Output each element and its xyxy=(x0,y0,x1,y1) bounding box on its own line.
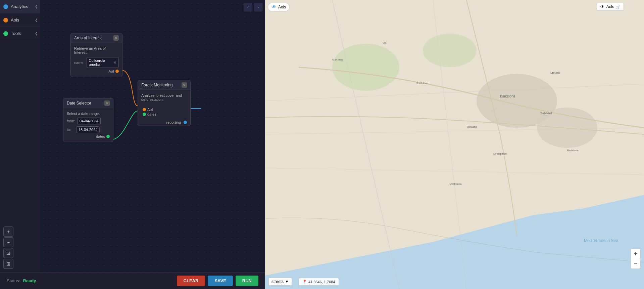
date-output-row: dates xyxy=(67,133,110,138)
canvas-zoom-in-button[interactable]: + xyxy=(3,226,13,237)
map-zoom-out-button[interactable]: − xyxy=(631,259,641,269)
canvas-zoom-controls: + − ⊡ ⊞ xyxy=(3,226,13,269)
map-right-layer-icon: 👁 xyxy=(600,4,604,9)
svg-point-10 xyxy=(423,34,477,67)
map-style-select[interactable]: streets ▼ xyxy=(268,278,292,286)
map-style-chevron-icon: ▼ xyxy=(285,279,289,284)
tools-chevron-icon: ❮ xyxy=(35,32,38,35)
map-coordinates: 📍 41.3546, 1.7084 xyxy=(299,278,339,286)
sidebar-item-analytics-label: Analytics xyxy=(11,4,28,9)
forest-node-title: Forest Monitoring xyxy=(141,83,172,87)
aols-chevron-icon: ❮ xyxy=(35,18,38,22)
aoi-name-row: name: Collserola prueba ✕ xyxy=(74,57,119,68)
forest-output-dot xyxy=(184,121,187,124)
date-from-input[interactable]: 04-04-2024 xyxy=(77,118,101,124)
date-close-button[interactable]: ✕ xyxy=(104,100,110,106)
canvas-zoom-out-button[interactable]: − xyxy=(3,237,13,247)
eye-icon: 👁 xyxy=(271,4,276,10)
map-background: Barcelona Mataró Sabadell Terrassa Sant … xyxy=(265,0,644,289)
map-right-layer-icon2: 🛒 xyxy=(616,5,620,9)
run-button[interactable]: RUN xyxy=(236,276,258,286)
aoi-output-row: AoI xyxy=(74,68,119,73)
forest-input-aoi-label: AoI xyxy=(147,108,153,112)
aoi-name-value: Collserola prueba ✕ xyxy=(87,57,119,68)
svg-text:Manresa: Manresa xyxy=(332,58,343,61)
date-selector-node: Date Selector ✕ Select a date range. fro… xyxy=(63,98,113,142)
sidebar-item-tools[interactable]: Tools ❮ xyxy=(0,27,40,40)
aoi-output-label: AoI xyxy=(108,69,114,73)
forest-input-dates-label: dates xyxy=(147,112,156,116)
bottom-bar: Status: Ready CLEAR SAVE RUN xyxy=(0,272,265,289)
svg-text:Barcelona: Barcelona xyxy=(500,94,515,98)
forest-output-label: reporting xyxy=(166,120,181,124)
tools-dot xyxy=(3,31,8,36)
aoi-name-label: name: xyxy=(74,60,85,65)
map-layer-label: Aols xyxy=(278,5,286,9)
coords-value: 41.3546, 1.7084 xyxy=(308,280,335,284)
status-label: Status: xyxy=(7,278,20,283)
aoi-node-header: Area of Interest ✕ xyxy=(71,33,122,43)
map-area[interactable]: Barcelona Mataró Sabadell Terrassa Sant … xyxy=(265,0,644,289)
svg-text:Badalona: Badalona xyxy=(567,149,579,152)
forest-input-dates-row: dates xyxy=(141,112,187,116)
forest-input-aoi-row: AoI xyxy=(141,108,187,112)
forest-node-description: Analyze forest cover and deforestation. xyxy=(138,90,190,105)
svg-text:Mataró: Mataró xyxy=(550,71,560,75)
aoi-node-body: Retrieve an Area of Interest. name: Coll… xyxy=(71,43,122,77)
map-style-label: streets xyxy=(271,279,284,284)
svg-text:Sabadell: Sabadell xyxy=(540,112,552,115)
svg-text:Terrassa: Terrassa xyxy=(466,125,477,128)
forest-close-button[interactable]: ✕ xyxy=(182,82,187,88)
date-from-label: from: xyxy=(67,119,75,123)
date-node-header: Date Selector ✕ xyxy=(63,98,113,108)
date-output-label: dates xyxy=(96,134,105,138)
canvas-fit-button[interactable]: ⊡ xyxy=(3,248,13,258)
svg-text:Vic: Vic xyxy=(383,41,386,44)
date-to-row: to: 18-04-2024 xyxy=(67,126,110,133)
svg-text:Vilafranca: Vilafranca xyxy=(450,182,462,185)
aoi-node-title: Area of Interest xyxy=(74,36,102,40)
forest-inputs: AoI dates xyxy=(138,105,190,119)
canvas-layers-button[interactable]: ⊞ xyxy=(3,259,13,269)
svg-text:Sant Joan: Sant Joan xyxy=(416,82,428,85)
aoi-close-button[interactable]: ✕ xyxy=(113,35,119,41)
date-node-title: Date Selector xyxy=(67,101,91,106)
clear-button[interactable]: CLEAR xyxy=(177,276,205,286)
date-from-row: from: 04-04-2024 xyxy=(67,118,110,124)
aoi-description: Retrieve an Area of Interest. xyxy=(74,46,119,54)
forest-description-text: Analyze forest cover and deforestation. xyxy=(141,93,187,101)
forest-monitoring-node: Forest Monitoring ✕ Analyze forest cover… xyxy=(138,80,191,126)
map-right-layer-label: Aols xyxy=(606,4,614,9)
aoi-node: Area of Interest ✕ Retrieve an Area of I… xyxy=(70,33,122,77)
date-output-dot xyxy=(106,135,110,138)
forest-input-aoi-dot xyxy=(143,108,146,111)
sidebar-item-analytics[interactable]: Analytics ❮ xyxy=(0,0,40,13)
map-zoom-in-button[interactable]: + xyxy=(631,249,641,259)
svg-text:Mediterranean Sea: Mediterranean Sea xyxy=(584,238,618,243)
forest-node-header: Forest Monitoring ✕ xyxy=(138,80,190,90)
date-description: Select a date range. xyxy=(67,112,110,116)
svg-point-9 xyxy=(332,44,399,91)
collapse-left-button[interactable]: ‹ xyxy=(244,3,252,11)
map-right-layer-button[interactable]: 👁 Aols 🛒 xyxy=(597,3,624,11)
analytics-dot xyxy=(3,4,8,9)
sidebar-item-aols[interactable]: Aols ❮ xyxy=(0,13,40,27)
svg-text:L'Hospitalet: L'Hospitalet xyxy=(493,152,507,155)
date-to-input[interactable]: 18-04-2024 xyxy=(76,126,100,133)
canvas-topbar: ‹ › xyxy=(244,3,262,11)
forest-input-dates-dot xyxy=(143,113,146,116)
location-icon: 📍 xyxy=(302,280,307,284)
save-button[interactable]: SAVE xyxy=(208,276,233,286)
analytics-chevron-icon: ❮ xyxy=(35,5,38,8)
map-layer-toggle-button[interactable]: 👁 Aols xyxy=(268,3,290,11)
date-to-label: to: xyxy=(67,128,74,132)
aoi-output-dot xyxy=(115,70,119,73)
collapse-right-button[interactable]: › xyxy=(254,3,262,11)
map-zoom-controls: + − xyxy=(631,249,641,269)
sidebar-item-tools-label: Tools xyxy=(11,31,21,36)
status-value: Ready xyxy=(23,278,36,283)
aoi-name-clear-icon[interactable]: ✕ xyxy=(113,60,116,65)
date-node-body: Select a date range. from: 04-04-2024 to… xyxy=(63,108,113,142)
sidebar-item-aols-label: Aols xyxy=(11,17,19,23)
aoi-name-text: Collserola prueba xyxy=(89,58,112,67)
